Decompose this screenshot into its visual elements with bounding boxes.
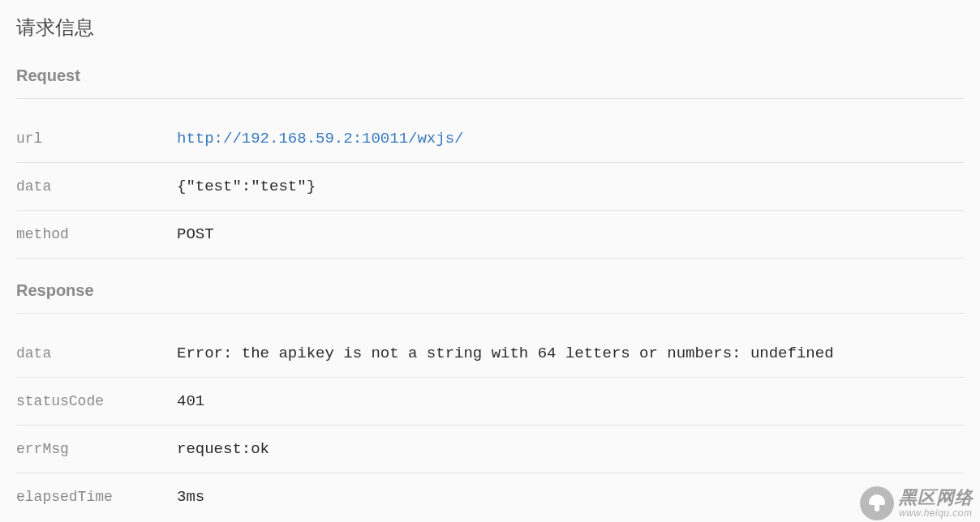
response-statuscode-row: statusCode 401	[16, 378, 964, 426]
request-data-value: {"test":"test"}	[177, 178, 316, 195]
request-method-value: POST	[177, 225, 214, 243]
response-elapsedtime-row: elapsedTime 3ms	[16, 473, 964, 520]
request-url-key: url	[16, 130, 177, 147]
response-statuscode-value: 401	[177, 392, 204, 410]
request-url-row: url http://192.168.59.2:10011/wxjs/	[16, 115, 964, 163]
response-elapsedtime-key: elapsedTime	[16, 489, 177, 505]
response-data-row: data Error: the apikey is not a string w…	[16, 330, 964, 378]
response-data-value: Error: the apikey is not a string with 6…	[177, 344, 834, 362]
response-elapsedtime-value: 3ms	[177, 488, 204, 506]
request-section-header: Request	[16, 66, 964, 99]
watermark: 黑区网络 www.heiqu.com	[860, 486, 974, 520]
page-title: 请求信息	[16, 15, 964, 41]
watermark-sub-text: www.heiqu.com	[899, 508, 974, 519]
response-data-key: data	[16, 345, 177, 362]
request-data-key: data	[16, 178, 177, 195]
response-errmsg-value: request:ok	[177, 440, 269, 458]
request-method-row: method POST	[16, 211, 964, 259]
request-data-row: data {"test":"test"}	[16, 163, 964, 211]
response-errmsg-key: errMsg	[16, 441, 177, 457]
watermark-main-text: 黑区网络	[899, 488, 974, 507]
response-errmsg-row: errMsg request:ok	[16, 426, 964, 473]
request-url-value[interactable]: http://192.168.59.2:10011/wxjs/	[177, 130, 463, 148]
response-statuscode-key: statusCode	[16, 393, 177, 409]
request-method-key: method	[16, 226, 177, 242]
mushroom-icon	[860, 486, 894, 520]
response-section-header: Response	[16, 281, 964, 314]
